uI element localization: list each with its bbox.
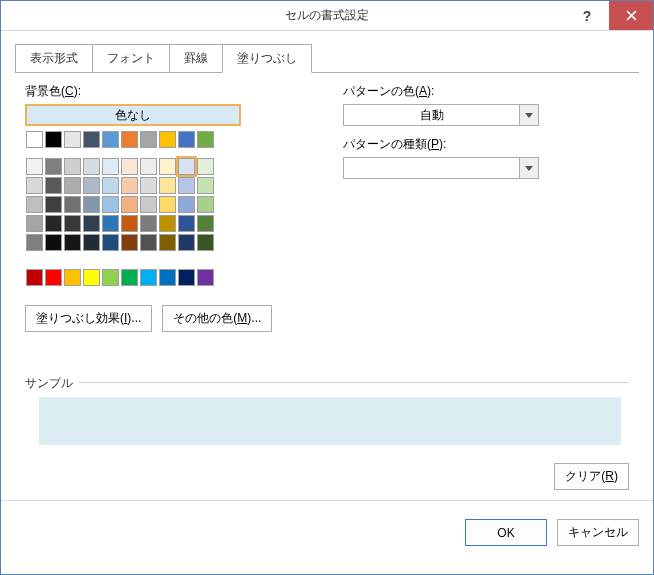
dialog-title: セルの書式設定 (1, 7, 653, 24)
pattern-color-dropdown-button[interactable] (519, 104, 539, 126)
color-swatch[interactable] (102, 158, 119, 175)
tab-0[interactable]: 表示形式 (15, 44, 93, 73)
titlebar: セルの書式設定 ? (1, 1, 653, 31)
color-swatch[interactable] (64, 158, 81, 175)
pattern-color-dropdown[interactable]: 自動 (343, 104, 539, 126)
color-swatch[interactable] (178, 234, 195, 251)
tab-strip: 表示形式フォント罫線塗りつぶし (1, 31, 653, 72)
color-swatch[interactable] (140, 158, 157, 175)
color-swatch[interactable] (178, 215, 195, 232)
fill-effects-button[interactable]: 塗りつぶし効果(I)... (25, 305, 152, 332)
color-swatch[interactable] (159, 215, 176, 232)
color-swatch[interactable] (26, 158, 43, 175)
bgcolor-label: 背景色(C): (25, 83, 325, 100)
color-swatch[interactable] (102, 131, 119, 148)
color-swatch[interactable] (178, 269, 195, 286)
color-swatch[interactable] (64, 196, 81, 213)
color-swatch[interactable] (64, 177, 81, 194)
color-swatch[interactable] (121, 177, 138, 194)
cancel-button[interactable]: キャンセル (557, 519, 639, 546)
color-swatch[interactable] (45, 215, 62, 232)
color-swatch[interactable] (45, 234, 62, 251)
help-button[interactable]: ? (565, 1, 609, 30)
color-swatch[interactable] (45, 269, 62, 286)
pattern-color-label: パターンの色(A): (343, 83, 629, 100)
color-swatch[interactable] (159, 196, 176, 213)
color-swatch[interactable] (102, 215, 119, 232)
color-swatch[interactable] (140, 131, 157, 148)
color-swatch[interactable] (83, 269, 100, 286)
close-button[interactable] (609, 1, 653, 30)
pattern-type-dropdown-button[interactable] (519, 157, 539, 179)
color-swatch[interactable] (45, 131, 62, 148)
color-swatch[interactable] (83, 177, 100, 194)
color-swatch[interactable] (197, 177, 214, 194)
color-swatch[interactable] (102, 177, 119, 194)
color-swatch[interactable] (26, 177, 43, 194)
color-swatch[interactable] (26, 215, 43, 232)
color-swatch[interactable] (102, 234, 119, 251)
color-swatch[interactable] (83, 131, 100, 148)
color-swatch[interactable] (26, 234, 43, 251)
pattern-type-value (343, 157, 519, 179)
color-swatch[interactable] (26, 269, 43, 286)
chevron-down-icon (525, 166, 533, 171)
sample-preview (39, 397, 621, 445)
color-swatch[interactable] (45, 196, 62, 213)
color-swatch[interactable] (83, 158, 100, 175)
color-swatch[interactable] (45, 177, 62, 194)
color-swatch[interactable] (121, 196, 138, 213)
color-swatch[interactable] (140, 215, 157, 232)
color-swatch[interactable] (83, 196, 100, 213)
color-swatch[interactable] (159, 177, 176, 194)
color-swatch[interactable] (197, 158, 214, 175)
color-swatch[interactable] (197, 234, 214, 251)
pattern-type-label: パターンの種類(P): (343, 136, 629, 153)
titlebar-buttons: ? (565, 1, 653, 30)
color-swatch[interactable] (159, 234, 176, 251)
pattern-type-dropdown[interactable] (343, 157, 539, 179)
color-swatch[interactable] (102, 269, 119, 286)
color-swatch[interactable] (64, 131, 81, 148)
color-palette (25, 130, 325, 287)
color-swatch[interactable] (64, 269, 81, 286)
color-swatch[interactable] (178, 177, 195, 194)
color-swatch[interactable] (140, 177, 157, 194)
color-swatch[interactable] (140, 269, 157, 286)
pattern-color-value: 自動 (343, 104, 519, 126)
color-swatch[interactable] (121, 269, 138, 286)
color-swatch[interactable] (121, 131, 138, 148)
color-swatch[interactable] (102, 196, 119, 213)
clear-button[interactable]: クリア(R) (554, 463, 629, 490)
color-swatch[interactable] (197, 269, 214, 286)
no-color-button[interactable]: 色なし (25, 104, 241, 126)
color-swatch[interactable] (197, 131, 214, 148)
color-swatch[interactable] (140, 196, 157, 213)
color-swatch[interactable] (45, 158, 62, 175)
tab-1[interactable]: フォント (92, 44, 170, 73)
color-swatch[interactable] (197, 196, 214, 213)
color-swatch[interactable] (64, 234, 81, 251)
no-color-label: 色なし (115, 107, 151, 124)
color-swatch[interactable] (178, 196, 195, 213)
color-swatch[interactable] (140, 234, 157, 251)
color-swatch[interactable] (83, 234, 100, 251)
color-swatch[interactable] (159, 269, 176, 286)
more-colors-button[interactable]: その他の色(M)... (162, 305, 272, 332)
color-swatch[interactable] (83, 215, 100, 232)
color-swatch[interactable] (64, 215, 81, 232)
sample-fieldset: サンプル (25, 382, 629, 445)
color-swatch[interactable] (26, 196, 43, 213)
color-swatch[interactable] (159, 158, 176, 175)
color-swatch[interactable] (121, 234, 138, 251)
color-swatch[interactable] (178, 131, 195, 148)
ok-button[interactable]: OK (465, 519, 547, 546)
tab-2[interactable]: 罫線 (169, 44, 223, 73)
color-swatch[interactable] (178, 158, 195, 175)
color-swatch[interactable] (159, 131, 176, 148)
color-swatch[interactable] (26, 131, 43, 148)
color-swatch[interactable] (197, 215, 214, 232)
tab-3[interactable]: 塗りつぶし (222, 44, 312, 73)
color-swatch[interactable] (121, 158, 138, 175)
color-swatch[interactable] (121, 215, 138, 232)
